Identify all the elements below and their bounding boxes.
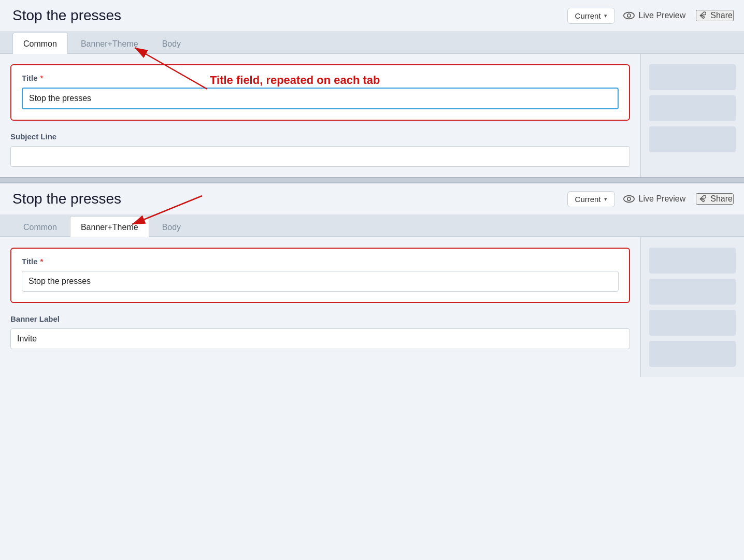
- header-bottom: Stop the presses Current ▾ Live Preview …: [0, 183, 744, 215]
- panel-bottom: Stop the presses Current ▾ Live Preview …: [0, 183, 744, 377]
- right-sidebar-top: [640, 54, 744, 177]
- current-dropdown-bottom[interactable]: Current ▾: [567, 191, 615, 207]
- chevron-down-icon-top: ▾: [604, 12, 607, 19]
- required-star-bottom: *: [40, 257, 44, 266]
- subject-label-top: Subject Line: [10, 132, 630, 141]
- sidebar-block-1: [649, 64, 736, 90]
- chevron-down-icon-bottom: ▾: [604, 196, 607, 203]
- title-input-top[interactable]: [22, 88, 619, 109]
- share-label-top: Share: [710, 11, 733, 20]
- share-icon-bottom: [697, 194, 706, 204]
- sidebar-block-b1: [649, 248, 736, 274]
- tabs-row-top: Common Banner+Theme Body: [0, 32, 744, 54]
- live-preview-button-top[interactable]: Live Preview: [623, 11, 686, 20]
- svg-point-1: [627, 14, 630, 17]
- panel-divider: [0, 177, 744, 183]
- share-button-top[interactable]: Share: [696, 10, 734, 21]
- title-label-top: Title *: [22, 74, 619, 82]
- subject-section-top: Subject Line: [10, 132, 630, 167]
- svg-point-4: [624, 196, 634, 203]
- header-actions-bottom: Live Preview Share: [623, 193, 734, 205]
- required-star-top: *: [40, 74, 44, 82]
- left-content-bottom: Title * Banner Label: [0, 237, 640, 377]
- current-dropdown-label-top: Current: [575, 11, 601, 20]
- banner-section-bottom: Banner Label: [10, 314, 630, 349]
- right-sidebar-bottom: [640, 237, 744, 377]
- tab-body-bottom[interactable]: Body: [151, 216, 192, 237]
- tab-common-top[interactable]: Common: [12, 33, 68, 54]
- share-button-bottom[interactable]: Share: [696, 193, 734, 205]
- title-field-card-top: Title *: [10, 64, 630, 121]
- current-dropdown-label-bottom: Current: [575, 195, 601, 204]
- tab-banner-theme-bottom[interactable]: Banner+Theme: [70, 216, 149, 237]
- live-preview-label-top: Live Preview: [639, 11, 686, 20]
- content-with-sidebar-top: Title * Subject Line: [0, 54, 744, 177]
- title-input-bottom[interactable]: [22, 271, 619, 292]
- banner-input-bottom[interactable]: [10, 328, 630, 349]
- sidebar-block-b2: [649, 279, 736, 305]
- svg-point-0: [624, 12, 634, 19]
- tabs-row-bottom: Common Banner+Theme Body: [0, 215, 744, 237]
- live-preview-label-bottom: Live Preview: [639, 194, 686, 204]
- form-area-bottom: Title * Banner Label: [0, 248, 640, 360]
- page-title-top: Stop the presses: [12, 7, 559, 24]
- eye-icon-bottom: [623, 195, 635, 203]
- content-with-sidebar-bottom: Title * Banner Label: [0, 237, 744, 377]
- left-content-top: Title * Subject Line: [0, 54, 640, 177]
- current-dropdown-top[interactable]: Current ▾: [567, 8, 615, 24]
- title-label-bottom: Title *: [22, 257, 619, 266]
- header-actions-top: Live Preview Share: [623, 10, 734, 21]
- share-icon-top: [697, 11, 706, 20]
- sidebar-block-2: [649, 95, 736, 121]
- subject-input-top[interactable]: [10, 146, 630, 167]
- banner-label-bottom: Banner Label: [10, 314, 630, 323]
- sidebar-block-b4: [649, 341, 736, 367]
- tab-banner-theme-top[interactable]: Banner+Theme: [70, 33, 149, 54]
- panel-top: Stop the presses Current ▾ Live Preview …: [0, 0, 744, 177]
- header-top: Stop the presses Current ▾ Live Preview …: [0, 0, 744, 32]
- sidebar-block-3: [649, 126, 736, 152]
- eye-icon-top: [623, 11, 635, 20]
- share-label-bottom: Share: [710, 194, 733, 204]
- tab-body-top[interactable]: Body: [151, 33, 192, 54]
- form-area-top: Title * Subject Line: [0, 64, 640, 177]
- live-preview-button-bottom[interactable]: Live Preview: [623, 194, 686, 204]
- page-title-bottom: Stop the presses: [12, 191, 559, 207]
- svg-point-5: [627, 197, 630, 200]
- sidebar-block-b3: [649, 310, 736, 336]
- tab-common-bottom[interactable]: Common: [12, 216, 68, 237]
- title-field-card-bottom: Title *: [10, 248, 630, 303]
